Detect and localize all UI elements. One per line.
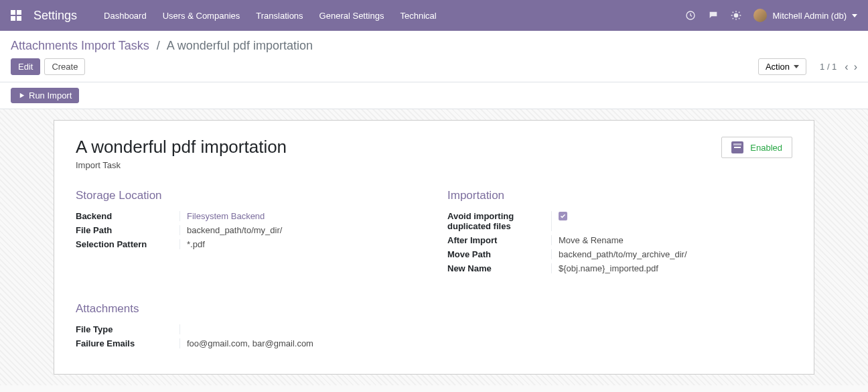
menu-dashboard[interactable]: Dashboard (104, 11, 147, 21)
bug-icon[interactable] (731, 10, 741, 21)
filetype-label: File Type (76, 324, 179, 334)
apps-icon[interactable] (11, 10, 21, 21)
newname-value: ${obj.name}_imported.pdf (551, 263, 792, 273)
create-button[interactable]: Create (44, 58, 85, 75)
menu-general-settings[interactable]: General Settings (319, 11, 384, 21)
clock-icon[interactable] (685, 10, 696, 21)
status-label: Enabled (750, 143, 782, 153)
run-import-label: Run Import (29, 90, 72, 101)
menu-users-companies[interactable]: Users & Companies (163, 11, 240, 21)
avatar (753, 9, 767, 22)
content-area: A wonderful pdf importation Import Task … (0, 109, 868, 385)
svg-point-1 (734, 13, 739, 18)
movepath-label: Move Path (447, 249, 551, 259)
statusbar: Run Import (0, 82, 868, 109)
breadcrumb-parent[interactable]: Attachments Import Tasks (11, 39, 149, 52)
pattern-value: *.pdf (179, 239, 421, 249)
filepath-label: File Path (76, 225, 179, 235)
pager: 1 / 1 ‹ › (820, 61, 857, 73)
filetype-value (179, 324, 792, 334)
app-brand: Settings (33, 9, 77, 23)
pager-next[interactable]: › (854, 61, 857, 73)
breadcrumb: Attachments Import Tasks / A wonderful p… (11, 39, 313, 53)
play-icon (18, 92, 25, 99)
pager-prev[interactable]: ‹ (845, 61, 848, 73)
status-enabled-button[interactable]: Enabled (721, 137, 792, 158)
avoid-label: Avoid importing duplicated files (447, 211, 551, 231)
topbar: Settings Dashboard Users & Companies Tra… (0, 0, 868, 31)
control-panel: Attachments Import Tasks / A wonderful p… (0, 31, 868, 82)
run-import-button[interactable]: Run Import (11, 88, 79, 103)
action-dropdown[interactable]: Action (758, 58, 806, 75)
filepath-value: backend_path/to/my_dir/ (179, 225, 421, 235)
menu-technical[interactable]: Technical (400, 11, 436, 21)
backend-label: Backend (76, 211, 179, 221)
user-menu[interactable]: Mitchell Admin (db) (753, 9, 857, 22)
after-label: After Import (447, 235, 551, 245)
chat-icon[interactable] (708, 10, 719, 21)
breadcrumb-current: A wonderful pdf importation (167, 39, 313, 52)
failure-value: foo@gmail.com, bar@gmail.com (179, 338, 792, 348)
user-name: Mitchell Admin (db) (772, 11, 847, 21)
top-menu: Dashboard Users & Companies Translations… (104, 11, 437, 21)
pattern-label: Selection Pattern (76, 239, 179, 249)
menu-translations[interactable]: Translations (256, 11, 303, 21)
action-label: Action (766, 62, 790, 72)
backend-value[interactable]: Filesystem Backend (179, 211, 421, 221)
edit-button[interactable]: Edit (11, 58, 40, 75)
section-importation-title: Importation (447, 189, 792, 202)
newname-label: New Name (447, 263, 551, 273)
form-sheet: A wonderful pdf importation Import Task … (54, 120, 814, 375)
movepath-value: backend_path/to/my_archive_dir/ (551, 249, 792, 259)
section-attachments-title: Attachments (76, 302, 792, 316)
checkbox-checked-icon (559, 212, 567, 220)
chevron-down-icon (794, 65, 799, 68)
record-subtitle: Import Task (76, 160, 287, 170)
section-storage-title: Storage Location (76, 189, 421, 202)
archive-icon (731, 141, 743, 153)
pager-text: 1 / 1 (820, 62, 837, 72)
failure-label: Failure Emails (76, 338, 179, 348)
record-title: A wonderful pdf importation (76, 137, 287, 157)
chevron-down-icon (852, 14, 857, 17)
avoid-value (551, 211, 792, 231)
after-value: Move & Rename (551, 235, 792, 245)
